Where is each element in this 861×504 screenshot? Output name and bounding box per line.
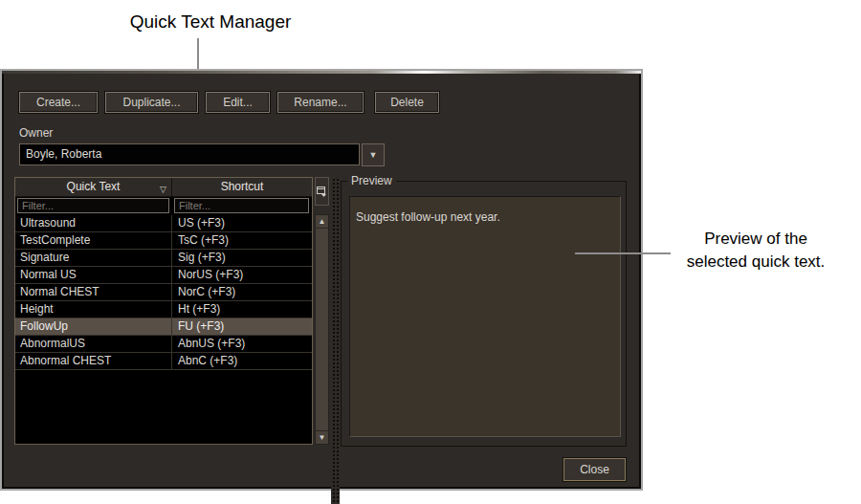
quick-text-cell: TestComplete [15, 232, 172, 249]
shortcut-cell: Sig (+F3) [172, 250, 312, 266]
quick-text-cell: Signature [15, 250, 172, 266]
quick-text-cell: Ultrasound [15, 215, 172, 231]
owner-dropdown-button[interactable]: ▼ [362, 143, 385, 166]
scroll-up-button[interactable]: ▲ [316, 215, 328, 229]
filter-row [15, 197, 312, 215]
splitter-handle[interactable] [331, 177, 340, 504]
table-row[interactable]: HeightHt (+F3) [15, 301, 312, 318]
edit-button[interactable]: Edit... [206, 92, 270, 113]
rename-button[interactable]: Rename... [277, 92, 364, 113]
shortcut-cell: TsC (+F3) [172, 232, 312, 249]
shortcut-cell: FU (+F3) [172, 318, 312, 335]
owner-combobox[interactable]: Boyle, Roberta [19, 143, 360, 165]
table-row[interactable]: SignatureSig (+F3) [15, 250, 312, 267]
column-header-quick-text[interactable]: Quick Text ▽ [15, 178, 172, 196]
quick-text-cell: Abnormal CHEST [15, 353, 172, 369]
preview-group-label: Preview [347, 174, 396, 187]
arrow-up-icon: ▲ [319, 218, 326, 226]
delete-button[interactable]: Delete [375, 92, 439, 113]
table-header-row: Quick Text ▽ Shortcut [15, 178, 312, 197]
preview-callout-text: Preview of the selected quick text. [674, 228, 837, 274]
shortcut-cell: AbnUS (+F3) [172, 336, 312, 352]
title-callout-line [197, 38, 199, 69]
preview-callout-line [575, 252, 671, 254]
preview-groupbox: Preview Suggest follow-up next year. [341, 181, 627, 447]
duplicate-button[interactable]: Duplicate... [105, 92, 198, 113]
quick-text-cell: Normal US [15, 267, 172, 283]
arrow-down-icon: ▼ [319, 434, 326, 442]
shortcut-cell: NorC (+F3) [172, 284, 312, 300]
shortcut-cell: NorUS (+F3) [172, 267, 312, 283]
chevron-down-icon: ▼ [369, 151, 378, 160]
dialog-top-sheen [2, 71, 641, 74]
table-row[interactable]: Normal CHESTNorC (+F3) [15, 284, 312, 301]
quick-text-cell: Height [15, 301, 172, 318]
close-button[interactable]: Close [563, 458, 626, 481]
quick-text-cell: Normal CHEST [15, 284, 172, 300]
column-header-shortcut-label: Shortcut [221, 180, 264, 193]
column-chooser-button[interactable] [315, 177, 329, 206]
column-header-shortcut[interactable]: Shortcut [172, 178, 312, 196]
shortcut-cell: US (+F3) [172, 215, 312, 231]
table-row[interactable]: UltrasoundUS (+F3) [15, 215, 312, 232]
preview-textarea[interactable]: Suggest follow-up next year. [349, 196, 621, 437]
table-row[interactable]: Abnormal CHESTAbnC (+F3) [15, 353, 312, 370]
quick-text-table: Quick Text ▽ Shortcut UltrasoundUS (+F3)… [14, 177, 313, 445]
column-chooser-icon [317, 186, 327, 197]
scroll-down-button[interactable]: ▼ [316, 430, 328, 444]
shortcut-cell: AbnC (+F3) [172, 353, 312, 369]
screenshot-canvas: Quick Text Manager Create... Duplicate..… [0, 0, 861, 504]
quick-text-cell: FollowUp [15, 318, 172, 335]
table-row[interactable]: TestCompleteTsC (+F3) [15, 232, 312, 250]
shortcut-cell: Ht (+F3) [172, 301, 312, 318]
table-row[interactable]: FollowUpFU (+F3) [15, 318, 312, 336]
title-callout-text: Quick Text Manager [96, 11, 325, 33]
owner-label: Owner [19, 126, 53, 140]
quick-text-filter-input[interactable] [17, 198, 169, 213]
table-row[interactable]: Normal USNorUS (+F3) [15, 267, 312, 284]
quick-text-cell: AbnormalUS [15, 336, 172, 352]
quick-text-table-rows: UltrasoundUS (+F3)TestCompleteTsC (+F3)S… [15, 215, 312, 370]
table-scrollbar[interactable]: ▲ ▼ [315, 214, 329, 445]
create-button[interactable]: Create... [19, 92, 98, 113]
quick-text-manager-dialog: Create... Duplicate... Edit... Rename...… [0, 69, 643, 491]
shortcut-filter-input[interactable] [174, 198, 309, 213]
column-header-quick-text-label: Quick Text [67, 180, 121, 193]
table-row[interactable]: AbnormalUSAbnUS (+F3) [15, 336, 312, 353]
